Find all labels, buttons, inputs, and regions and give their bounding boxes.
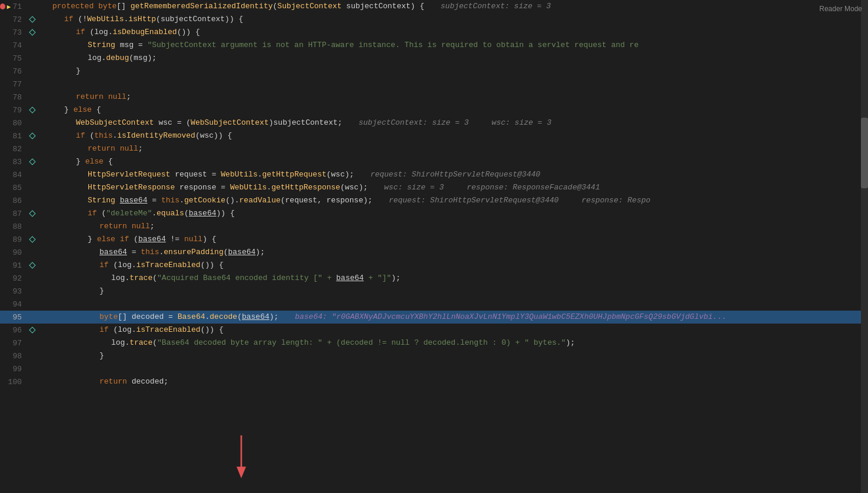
scrollbar[interactable] bbox=[861, 0, 868, 493]
code-line-87: 87 if ("deleteMe".equals(base64)) { bbox=[0, 207, 868, 220]
gutter-diamond-73 bbox=[29, 29, 35, 35]
editor-container: Reader Mode ▶ 71 protected byte[] getRem… bbox=[0, 0, 868, 493]
red-arrow-svg bbox=[232, 435, 250, 482]
line-number-93: 93 bbox=[0, 287, 26, 296]
code-content-91: if (log.isTraceEnabled()) { bbox=[38, 259, 868, 272]
line-number-88: 88 bbox=[0, 222, 26, 231]
scrollbar-thumb[interactable] bbox=[861, 118, 868, 188]
code-content-73: if (log.isDebugEnabled()) { bbox=[38, 26, 868, 39]
code-content-76: } bbox=[38, 65, 868, 78]
code-line-100: 100 return decoded; bbox=[0, 375, 868, 388]
code-line-91: 91 if (log.isTraceEnabled()) { bbox=[0, 259, 868, 272]
code-content-90: base64 = this.ensurePadding(base64); bbox=[38, 246, 868, 259]
code-line-80: 80 WebSubjectContext wsc = (WebSubjectCo… bbox=[0, 116, 868, 129]
gutter-diamond-87 bbox=[29, 210, 35, 216]
code-content-96: if (log.isTraceEnabled()) { bbox=[38, 324, 868, 337]
gutter-72 bbox=[26, 17, 38, 22]
gutter-diamond-91 bbox=[29, 262, 35, 268]
code-content-78: return null; bbox=[38, 91, 868, 104]
gutter-diamond-79 bbox=[29, 106, 35, 113]
code-line-98: 98 } bbox=[0, 349, 868, 362]
line-number-72: 72 bbox=[0, 15, 26, 24]
code-line-81: 81 if (this.isIdentityRemoved(wsc)) { bbox=[0, 129, 868, 142]
code-line-92: 92 log.trace("Acquired Base64 encoded id… bbox=[0, 272, 868, 285]
code-content-81: if (this.isIdentityRemoved(wsc)) { bbox=[38, 129, 868, 142]
lines-wrapper: ▶ 71 protected byte[] getRememberedSeria… bbox=[0, 0, 868, 388]
line-number-77: 77 bbox=[0, 80, 26, 89]
line-number-92: 92 bbox=[0, 274, 26, 283]
code-content-80: WebSubjectContext wsc = (WebSubjectConte… bbox=[38, 116, 868, 129]
line-number-83: 83 bbox=[0, 158, 26, 166]
line-number-90: 90 bbox=[0, 248, 26, 257]
code-content-87: if ("deleteMe".equals(base64)) { bbox=[38, 207, 868, 220]
gutter-79 bbox=[26, 108, 38, 112]
code-line-95: 95 byte[] decoded = Base64.decode(base64… bbox=[0, 311, 868, 324]
line-number-98: 98 bbox=[0, 352, 26, 361]
line-number-99: 99 bbox=[0, 365, 26, 374]
debug-arrow-71: ▶ bbox=[7, 3, 11, 11]
code-content-83: } else { bbox=[38, 155, 868, 168]
code-line-96: 96 if (log.isTraceEnabled()) { bbox=[0, 324, 868, 337]
gutter-73 bbox=[26, 30, 38, 35]
code-line-79: 79 } else { bbox=[0, 104, 868, 116]
debug-arrow-annotation bbox=[232, 435, 250, 485]
code-content-100: return decoded; bbox=[38, 375, 868, 388]
gutter-diamond-72 bbox=[29, 16, 35, 22]
code-content-74: String msg = "SubjectContext argument is… bbox=[38, 39, 868, 52]
code-line-73: 73 if (log.isDebugEnabled()) { bbox=[0, 26, 868, 39]
line-number-74: 74 bbox=[0, 41, 26, 50]
line-number-87: 87 bbox=[0, 209, 26, 218]
code-content-93: } bbox=[38, 285, 868, 298]
line-number-96: 96 bbox=[0, 326, 26, 335]
code-content-75: log.debug(msg); bbox=[38, 52, 868, 65]
line-number-82: 82 bbox=[0, 145, 26, 154]
gutter-91 bbox=[26, 263, 38, 268]
line-number-85: 85 bbox=[0, 184, 26, 192]
line-number-100: 100 bbox=[0, 378, 26, 387]
line-number-76: 76 bbox=[0, 67, 26, 76]
gutter-diamond-83 bbox=[29, 158, 35, 165]
gutter-81 bbox=[26, 134, 38, 138]
svg-marker-1 bbox=[237, 467, 246, 478]
code-area[interactable]: Reader Mode ▶ 71 protected byte[] getRem… bbox=[0, 0, 868, 493]
gutter-89 bbox=[26, 237, 38, 242]
code-line-88: 88 return null; bbox=[0, 220, 868, 233]
code-line-77: 77 bbox=[0, 78, 868, 91]
code-line-84: 84 HttpServletRequest request = WebUtils… bbox=[0, 168, 868, 181]
code-content-92: log.trace("Acquired Base64 encoded ident… bbox=[38, 272, 868, 285]
code-line-85: 85 HttpServletResponse response = WebUti… bbox=[0, 181, 868, 194]
code-line-75: 75 log.debug(msg); bbox=[0, 52, 868, 65]
code-line-93: 93 } bbox=[0, 285, 868, 298]
gutter-87 bbox=[26, 211, 38, 216]
code-line-76: 76 } bbox=[0, 65, 868, 78]
code-content-85: HttpServletResponse response = WebUtils.… bbox=[38, 181, 868, 194]
breakpoint-71[interactable] bbox=[0, 4, 5, 9]
code-content-98: } bbox=[38, 349, 868, 362]
line-number-84: 84 bbox=[0, 171, 26, 179]
line-number-91: 91 bbox=[0, 261, 26, 270]
line-number-97: 97 bbox=[0, 339, 26, 348]
code-line-82: 82 return null; bbox=[0, 142, 868, 155]
reader-mode-button[interactable]: Reader Mode bbox=[819, 5, 862, 13]
line-number-89: 89 bbox=[0, 235, 26, 244]
line-number-86: 86 bbox=[0, 196, 26, 205]
line-number-95: 95 bbox=[0, 313, 26, 322]
code-line-90: 90 base64 = this.ensurePadding(base64); bbox=[0, 246, 868, 259]
code-content-82: return null; bbox=[38, 142, 868, 155]
gutter-diamond-96 bbox=[29, 327, 35, 333]
gutter-83 bbox=[26, 159, 38, 164]
code-line-78: 78 return null; bbox=[0, 91, 868, 104]
code-line-83: 83 } else { bbox=[0, 155, 868, 168]
line-number-79: 79 bbox=[0, 106, 26, 115]
code-content-79: } else { bbox=[38, 104, 868, 116]
line-number-73: 73 bbox=[0, 28, 26, 37]
line-number-94: 94 bbox=[0, 300, 26, 309]
code-content-84: HttpServletRequest request = WebUtils.ge… bbox=[38, 168, 868, 181]
code-line-89: 89 } else if (base64 != null) { bbox=[0, 233, 868, 246]
code-line-72: 72 if (!WebUtils.isHttp(subjectContext))… bbox=[0, 13, 868, 26]
code-line-94: 94 bbox=[0, 298, 868, 311]
code-line-99: 99 bbox=[0, 362, 868, 375]
code-content-97: log.trace("Base64 decoded byte array len… bbox=[38, 337, 868, 349]
code-content-89: } else if (base64 != null) { bbox=[38, 233, 868, 246]
code-line-97: 97 log.trace("Base64 decoded byte array … bbox=[0, 337, 868, 349]
